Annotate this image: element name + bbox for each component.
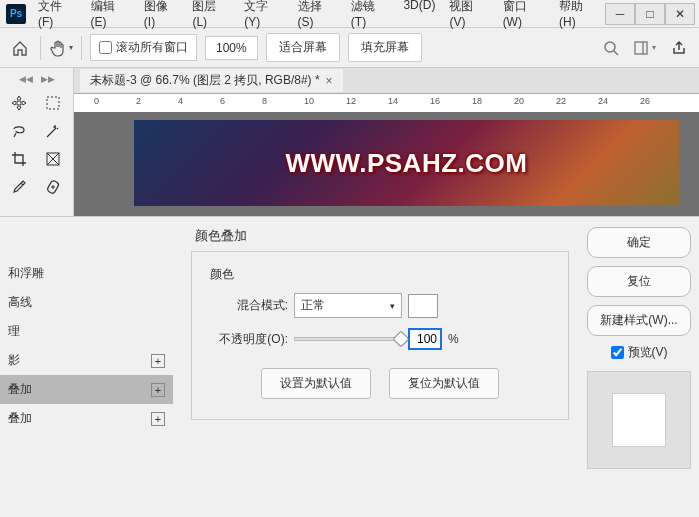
eyedropper-tool-icon[interactable]	[4, 174, 34, 200]
svg-line-1	[614, 51, 618, 55]
document-tab-label: 未标题-3 @ 66.7% (图层 2 拷贝, RGB/8#) *	[90, 72, 320, 89]
svg-rect-2	[635, 42, 647, 54]
svg-rect-4	[47, 97, 59, 109]
watermark-text: WWW.PSAHZ.COM	[286, 148, 528, 179]
set-default-button[interactable]: 设置为默认值	[261, 368, 371, 399]
opacity-input[interactable]	[408, 328, 442, 350]
settings-group: 颜色 混合模式: 正常 ▾ 不透明度(O): % 设置为默认值 复位为默认值	[191, 251, 569, 420]
document-tabs: 未标题-3 @ 66.7% (图层 2 拷贝, RGB/8#) * ×	[74, 68, 699, 94]
style-item[interactable]: 高线	[0, 288, 173, 317]
styles-list: 和浮雕 高线 理 影+ 叠加+ 叠加+	[0, 217, 173, 517]
canvas-wrap: 未标题-3 @ 66.7% (图层 2 拷贝, RGB/8#) * × 0 2 …	[74, 68, 699, 216]
tools-panel: ◀◀▶▶	[0, 68, 74, 216]
style-item[interactable]: 理	[0, 317, 173, 346]
menubar: Ps 文件(F) 编辑(E) 图像(I) 图层(L) 文字(Y) 选择(S) 滤…	[0, 0, 699, 28]
divider	[81, 36, 82, 60]
opacity-label: 不透明度(O):	[210, 331, 288, 348]
menu-view[interactable]: 视图(V)	[443, 0, 494, 33]
opacity-row: 不透明度(O): %	[210, 328, 550, 350]
preview-checkbox[interactable]: 预览(V)	[587, 344, 691, 361]
cancel-button[interactable]: 复位	[587, 266, 691, 297]
document-area: ◀◀▶▶ 未标题-3 @ 66.7% (图层 2 拷贝, RGB/8#) * ×…	[0, 68, 699, 216]
add-effect-icon[interactable]: +	[151, 354, 165, 368]
options-right: ▾	[599, 36, 691, 60]
menu-edit[interactable]: 编辑(E)	[85, 0, 136, 33]
share-icon[interactable]	[667, 36, 691, 60]
layer-style-dialog: 和浮雕 高线 理 影+ 叠加+ 叠加+ 颜色叠加 颜色 混合模式: 正常 ▾ 不…	[0, 216, 699, 517]
menu-file[interactable]: 文件(F)	[32, 0, 83, 33]
style-item[interactable]	[0, 247, 173, 259]
slider-thumb[interactable]	[393, 331, 410, 348]
window-controls: ─ □ ✕	[605, 3, 695, 25]
zoom-percent[interactable]: 100%	[205, 36, 258, 60]
percent-sign: %	[448, 332, 459, 346]
scroll-all-windows-checkbox[interactable]: 滚动所有窗口	[90, 34, 197, 61]
workspace-icon[interactable]: ▾	[633, 36, 657, 60]
options-bar: ▾ 滚动所有窗口 100% 适合屏幕 填充屏幕 ▾	[0, 28, 699, 68]
close-tab-icon[interactable]: ×	[326, 74, 333, 88]
scroll-all-label: 滚动所有窗口	[116, 39, 188, 56]
move-tool-icon[interactable]	[4, 90, 34, 116]
menu-help[interactable]: 帮助(H)	[553, 0, 605, 33]
section-label: 颜色	[210, 266, 550, 283]
search-icon[interactable]	[599, 36, 623, 60]
menu-items: 文件(F) 编辑(E) 图像(I) 图层(L) 文字(Y) 选择(S) 滤镜(T…	[32, 0, 605, 33]
hand-tool-icon[interactable]: ▾	[49, 36, 73, 60]
svg-point-0	[605, 42, 615, 52]
preview-label: 预览(V)	[628, 344, 668, 361]
preview-checkbox-input[interactable]	[611, 346, 624, 359]
style-item[interactable]: 和浮雕	[0, 259, 173, 288]
scroll-all-checkbox-input[interactable]	[99, 41, 112, 54]
menu-filter[interactable]: 滤镜(T)	[345, 0, 396, 33]
reset-default-button[interactable]: 复位为默认值	[389, 368, 499, 399]
fill-screen-button[interactable]: 填充屏幕	[348, 33, 422, 62]
home-icon[interactable]	[8, 36, 32, 60]
dialog-sidebar: 确定 复位 新建样式(W)... 预览(V)	[587, 217, 699, 517]
wand-tool-icon[interactable]	[38, 118, 68, 144]
divider	[40, 36, 41, 60]
default-buttons: 设置为默认值 复位为默认值	[210, 368, 550, 399]
style-item[interactable]: 叠加+	[0, 404, 173, 433]
add-effect-icon[interactable]: +	[151, 412, 165, 426]
menu-window[interactable]: 窗口(W)	[497, 0, 551, 33]
style-item[interactable]: 影+	[0, 346, 173, 375]
canvas-image: WWW.PSAHZ.COM	[134, 120, 679, 206]
style-item-color-overlay[interactable]: 叠加+	[0, 375, 173, 404]
chevron-down-icon: ▾	[390, 301, 395, 311]
lasso-tool-icon[interactable]	[4, 118, 34, 144]
menu-layer[interactable]: 图层(L)	[186, 0, 236, 33]
crop-tool-icon[interactable]	[4, 146, 34, 172]
blend-mode-label: 混合模式:	[210, 297, 288, 314]
frame-tool-icon[interactable]	[38, 146, 68, 172]
blend-mode-row: 混合模式: 正常 ▾	[210, 293, 550, 318]
canvas-stage[interactable]: WWW.PSAHZ.COM	[74, 112, 699, 216]
menu-3d[interactable]: 3D(D)	[397, 0, 441, 33]
fit-screen-button[interactable]: 适合屏幕	[266, 33, 340, 62]
healing-tool-icon[interactable]	[38, 174, 68, 200]
preview-thumbnail	[587, 371, 691, 469]
maximize-button[interactable]: □	[635, 3, 665, 25]
menu-type[interactable]: 文字(Y)	[238, 0, 289, 33]
app-logo: Ps	[6, 4, 26, 24]
new-style-button[interactable]: 新建样式(W)...	[587, 305, 691, 336]
color-swatch[interactable]	[408, 294, 438, 318]
horizontal-ruler: 0 2 4 6 8 10 12 14 16 18 20 22 24 26	[74, 94, 699, 112]
style-settings-panel: 颜色叠加 颜色 混合模式: 正常 ▾ 不透明度(O): % 设置为默认值	[173, 217, 587, 517]
blend-mode-value: 正常	[301, 297, 325, 314]
add-effect-icon[interactable]: +	[151, 383, 165, 397]
close-button[interactable]: ✕	[665, 3, 695, 25]
blend-mode-select[interactable]: 正常 ▾	[294, 293, 402, 318]
panel-title: 颜色叠加	[195, 227, 569, 245]
opacity-slider[interactable]	[294, 337, 402, 341]
menu-image[interactable]: 图像(I)	[138, 0, 185, 33]
minimize-button[interactable]: ─	[605, 3, 635, 25]
panel-tabs: ◀◀▶▶	[0, 72, 73, 86]
preview-swatch	[612, 393, 666, 447]
ok-button[interactable]: 确定	[587, 227, 691, 258]
menu-select[interactable]: 选择(S)	[292, 0, 343, 33]
document-tab[interactable]: 未标题-3 @ 66.7% (图层 2 拷贝, RGB/8#) * ×	[80, 69, 343, 92]
marquee-tool-icon[interactable]	[38, 90, 68, 116]
